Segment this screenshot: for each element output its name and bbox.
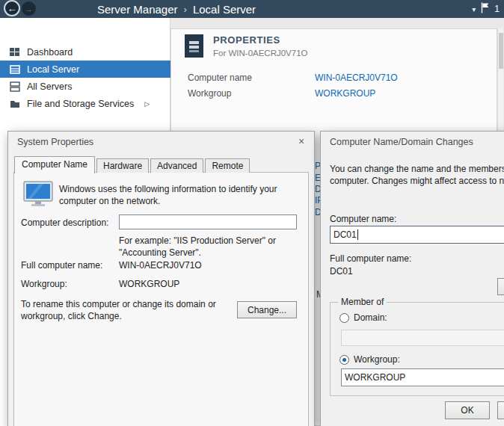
full-computer-name-value: DC01 [330,266,353,277]
back-button[interactable]: ← [4,0,20,16]
tab-advanced[interactable]: Advanced [150,158,203,173]
chevron-down-icon[interactable]: ▾ [472,5,476,13]
text-caret [357,229,358,240]
sidebar-item-dashboard[interactable]: Dashboard [0,43,170,61]
workgroup-radio[interactable] [339,355,349,365]
workgroup-value: WORKGROUP [119,279,179,289]
back-arrow-icon: ← [7,4,17,13]
panel-subtitle: For WIN-0AECRJ0V71O [213,49,308,58]
sidebar-item-local-server[interactable]: Local Server [0,61,170,78]
sidebar-item-file-storage-services[interactable]: File and Storage Services ▷ [0,95,170,112]
app-header: ← → Server Manager › Local Server ▾ 1 [0,0,504,18]
computer-name-link[interactable]: WIN-0AECRJ0V71O [315,72,398,83]
name-change-dialog: Computer Name/Domain Changes You can cha… [320,131,504,426]
header-actions: ▾ 1 [472,0,500,18]
computer-name-label: Computer name: [330,214,396,224]
intro-text-line2: computer. Changes might affect access to… [330,176,504,188]
computer-name-label: Computer name [188,72,252,83]
full-computer-name-label: Full computer name: [330,253,411,264]
more-button[interactable] [497,278,504,295]
sidebar-item-label: Local Server [27,64,79,75]
close-icon[interactable]: × [295,135,308,148]
scrollbar-thumb[interactable] [499,33,503,69]
identify-info-text: Windows uses the following information t… [59,184,300,207]
full-computer-name-label: Full computer name: [21,260,102,271]
computer-description-input[interactable] [119,214,297,229]
cancel-button[interactable] [497,401,504,419]
breadcrumb-separator-icon: › [184,4,187,15]
workgroup-label: Workgroup: [21,279,67,289]
workgroup-label: Workgroup [188,88,231,99]
domain-radio-label: Domain: [354,312,387,323]
storage-icon [10,99,20,109]
notification-count: 1 [494,4,500,14]
change-button[interactable]: Change... [237,301,297,318]
example-text: For example: "IIS Production Server" or … [119,235,301,259]
properties-tile-icon [185,34,203,58]
notifications-flag-icon[interactable] [481,2,489,16]
tab-computer-name[interactable]: Computer Name [14,156,95,173]
member-of-label: Member of [338,297,387,307]
server-icon [10,64,20,75]
breadcrumb: Server Manager › Local Server [97,0,256,18]
full-computer-name-value: WIN-0AECRJ0V71O [119,260,202,271]
member-of-group: Member of Domain: Workgroup: WORKGROUP [330,302,504,396]
dashboard-icon [10,47,20,58]
dialog-title: System Properties [17,137,93,147]
sidebar-item-all-servers[interactable]: All Servers [0,78,170,95]
workgroup-radio-label: Workgroup: [354,354,400,365]
workgroup-value: WORKGROUP [345,372,405,383]
system-properties-dialog: System Properties × Computer Name Hardwa… [7,131,315,426]
forward-arrow-icon: → [25,4,33,13]
computer-description-label: Computer description: [21,217,108,228]
breadcrumb-current: Local Server [193,3,256,16]
intro-text-line1: You can change the name and the membersh… [330,164,504,176]
dialog-title: Computer Name/Domain Changes [330,137,473,147]
sidebar-item-label: All Servers [27,81,72,92]
computer-name-input[interactable]: DC01 [330,226,504,244]
expander-arrow-icon[interactable]: ▷ [144,100,150,108]
panel-title: PROPERTIES [213,34,280,46]
server-manager-window: ← → Server Manager › Local Server ▾ 1 Da… [0,0,504,426]
rename-instruction-text: To rename this computer or change its do… [21,299,236,322]
workgroup-input[interactable]: WORKGROUP [341,368,504,386]
ok-button[interactable]: OK [445,401,490,419]
app-title: Server Manager [97,3,178,16]
domain-radio[interactable] [339,313,349,323]
sidebar-item-label: File and Storage Services [27,99,134,109]
servers-icon [10,81,20,92]
sidebar-item-label: Dashboard [27,47,73,58]
workgroup-link[interactable]: WORKGROUP [315,88,375,99]
tab-hardware[interactable]: Hardware [96,158,149,173]
domain-input[interactable] [341,330,504,346]
monitor-icon [23,181,53,210]
forward-button[interactable]: → [22,1,36,16]
tab-strip: Computer Name Hardware Advanced Remote [14,155,251,173]
computer-name-value: DC01 [334,229,357,240]
tab-remote[interactable]: Remote [205,158,250,173]
